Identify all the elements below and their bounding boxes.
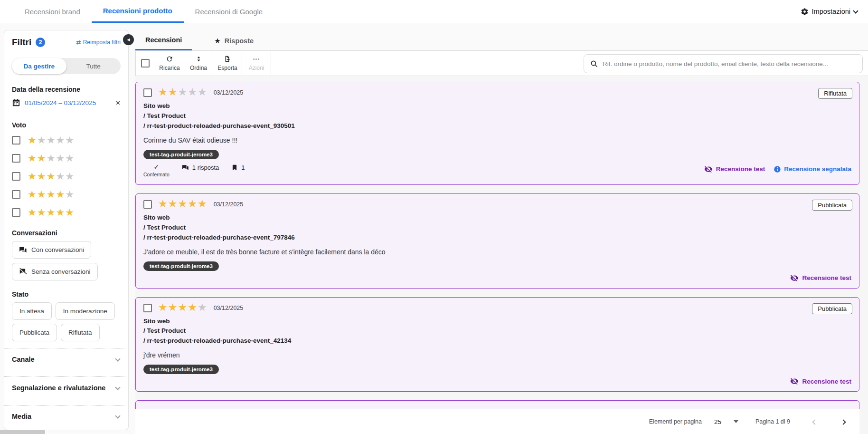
review-scope-toggle: Da gestire Tutte: [12, 58, 121, 74]
section-media[interactable]: Media: [12, 405, 121, 427]
review-card: ★★★★★ 03/12/2025 Rifiutata Sito web / Te…: [135, 82, 859, 185]
chat-bubbles-icon: [182, 164, 189, 171]
eye-off-icon: [790, 377, 799, 386]
actions-button[interactable]: ••• Azioni: [242, 51, 271, 76]
previous-page-button[interactable]: [811, 416, 819, 427]
without-conversations-button[interactable]: Senza conversazioni: [12, 263, 98, 280]
reset-icon: ⇄: [76, 39, 81, 46]
refresh-icon: [166, 55, 173, 63]
rating-filter-row: ★★★★★: [12, 187, 121, 201]
toggle-da-gestire[interactable]: Da gestire: [12, 58, 66, 74]
reload-button[interactable]: Ricarica: [155, 51, 184, 76]
date-range-value: 01/05/2024 – 03/12/2025: [25, 99, 111, 106]
search-icon: [590, 59, 598, 68]
star-icon: ★: [214, 37, 220, 45]
toggle-tutte[interactable]: Tutte: [66, 58, 121, 74]
tab-recensioni[interactable]: Recensioni: [135, 36, 192, 50]
test-review-link[interactable]: Recensione test: [704, 165, 765, 174]
filters-panel: Filtri 2 ⇄ Reimposta filtri Da gestire T…: [4, 30, 129, 430]
review-text: j'dre vrémen: [143, 351, 851, 359]
rating-3-checkbox[interactable]: [12, 172, 20, 181]
collapse-arrow-icon: ◀: [127, 38, 130, 42]
date-filter-label: Data della recensione: [12, 86, 121, 93]
test-review-link[interactable]: Recensione test: [790, 274, 851, 282]
clear-date-icon[interactable]: ✕: [115, 99, 121, 106]
review-card: ★★★★★ 03/12/2025 Pubblicata Sito web / T…: [135, 297, 859, 392]
status-in-moderazione-button[interactable]: In moderazione: [56, 302, 115, 320]
review-checkbox[interactable]: [143, 304, 152, 312]
test-review-link[interactable]: Recensione test: [790, 377, 851, 386]
items-per-page-control[interactable]: Elementi per pagina 25: [649, 418, 738, 425]
tab-recensioni-google[interactable]: Recensioni di Google: [184, 0, 274, 23]
with-conversations-button[interactable]: Con conversazioni: [12, 241, 91, 259]
review-tag: test-tag-produit-jerome3: [143, 261, 219, 271]
status-rifiutata-button[interactable]: Rifiutata: [61, 324, 100, 341]
collapse-filters-button[interactable]: ◀: [123, 34, 134, 45]
rating-1-checkbox[interactable]: [12, 136, 20, 145]
rating-filter-row: ★★★★★: [12, 169, 121, 183]
reset-filters-link[interactable]: ⇄ Reimposta filtri: [76, 39, 121, 46]
gear-icon: [801, 8, 809, 16]
review-checkbox[interactable]: [143, 88, 152, 97]
product-info: Sito web / Test Product / rr-test-produc…: [143, 213, 851, 243]
review-checkbox[interactable]: [143, 200, 152, 209]
conversations-filter-label: Conversazioni: [12, 229, 121, 237]
search-input[interactable]: [603, 60, 857, 68]
review-date: 03/12/2025: [214, 201, 244, 208]
chevron-down-icon: [115, 385, 120, 390]
tab-recensioni-prodotto[interactable]: Recensioni prodotto: [92, 0, 184, 23]
bookmark-count[interactable]: 1: [231, 164, 245, 171]
rating-4-stars: ★★★★★: [28, 189, 75, 199]
page-indicator: Pagina 1 di 9: [755, 418, 790, 425]
horizontal-scrollbar[interactable]: [0, 430, 45, 434]
sort-arrows-icon: [195, 55, 202, 63]
top-navigation: Recensioni brand Recensioni prodotto Rec…: [0, 0, 868, 23]
status-badge: Pubblicata: [812, 200, 852, 211]
rating-1-stars: ★★★★★: [28, 135, 75, 145]
confirmed-indicator: ✓ Confermato: [143, 164, 170, 177]
status-pubblicata-button[interactable]: Pubblicata: [12, 324, 57, 341]
settings-label: Impostazioni: [812, 8, 850, 15]
bookmark-icon: [231, 164, 238, 171]
calendar-icon: [12, 98, 20, 107]
rating-5-stars: ★★★★★: [28, 207, 75, 217]
rating-4-checkbox[interactable]: [12, 190, 20, 199]
sort-button[interactable]: Ordina: [184, 51, 213, 76]
date-range-field[interactable]: 01/05/2024 – 03/12/2025 ✕: [12, 98, 121, 111]
review-card: ★★★★★ 03/12/2025 Pubblicata Sito web / T…: [135, 193, 859, 289]
section-canale[interactable]: Canale: [12, 348, 121, 370]
status-filter-label: Stato: [12, 290, 121, 298]
review-tag: test-tag-produit-jerome3: [143, 365, 219, 374]
product-info: Sito web / Test Product / rr-test-produc…: [143, 317, 851, 347]
tab-recensioni-brand[interactable]: Recensioni brand: [13, 0, 92, 23]
responses-count[interactable]: 1 risposta: [182, 164, 219, 171]
rating-2-checkbox[interactable]: [12, 154, 20, 163]
tab-risposte[interactable]: ★ Risposte: [204, 37, 264, 50]
review-date: 03/12/2025: [214, 305, 244, 311]
rating-filter-row: ★★★★★: [12, 151, 121, 165]
select-all-checkbox[interactable]: [141, 59, 150, 68]
content-area: Filtri 2 ⇄ Reimposta filtri Da gestire T…: [0, 23, 868, 434]
rating-filter-label: Voto: [12, 121, 121, 129]
search-field: [584, 54, 863, 73]
status-in-attesa-button[interactable]: In attesa: [12, 302, 52, 320]
product-info: Sito web / Test Product / rr-test-produc…: [143, 101, 851, 131]
check-icon: ✓: [154, 164, 160, 170]
chevron-down-icon: [853, 8, 858, 13]
chat-bubble-slash-icon: [19, 268, 27, 276]
rating-2-stars: ★★★★★: [28, 153, 75, 163]
pagination-bar: Elementi per pagina 25 Pagina 1 di 9: [135, 409, 859, 434]
caret-down-icon: [734, 420, 738, 423]
flagged-review-link[interactable]: Recensione segnalata: [774, 165, 851, 173]
section-segnalazione[interactable]: Segnalazione e rivalutazione: [12, 377, 121, 398]
next-page-button[interactable]: [840, 416, 847, 427]
settings-menu[interactable]: Impostazioni: [801, 0, 858, 23]
review-tag: test-tag-produit-jerome3: [143, 150, 219, 159]
export-button[interactable]: Esporta: [213, 51, 242, 76]
active-filters-badge: 2: [36, 38, 45, 47]
review-date: 03/12/2025: [214, 89, 244, 96]
chevron-down-icon: [115, 356, 120, 361]
review-text: J'adore ce meuble, il est de très bonne …: [143, 248, 851, 256]
rating-5-checkbox[interactable]: [12, 208, 20, 217]
review-tabs: Recensioni ★ Risposte: [135, 32, 868, 50]
